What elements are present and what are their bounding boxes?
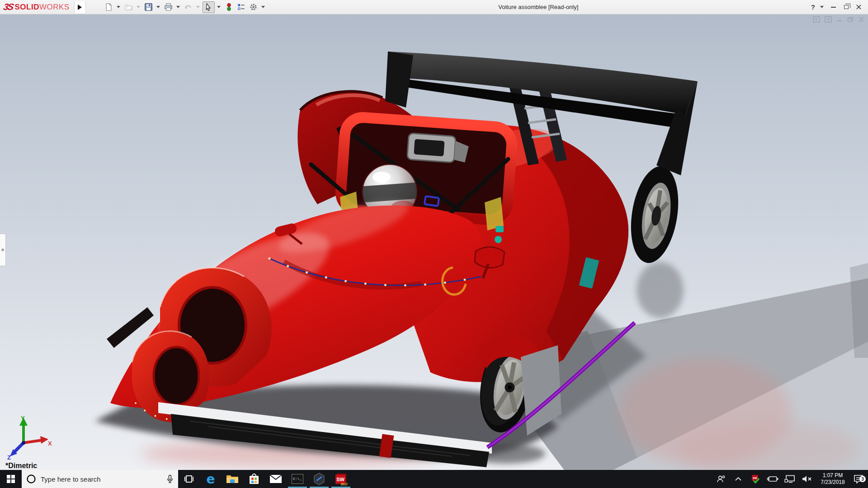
- taskbar-app-edrawings[interactable]: [308, 470, 330, 488]
- task-view-button[interactable]: [178, 470, 200, 488]
- cortana-icon: [26, 474, 36, 484]
- teal-fitting: [495, 226, 504, 232]
- save-dropdown[interactable]: [156, 6, 160, 8]
- undo-dropdown[interactable]: [196, 6, 200, 8]
- solidworks-tray-status[interactable]: sw: [748, 474, 763, 484]
- hidden-icons-button[interactable]: [731, 477, 746, 481]
- undo-button[interactable]: [183, 1, 194, 13]
- people-button[interactable]: [713, 475, 729, 483]
- graphics-area[interactable]: Y X Z *Dimetric: [0, 14, 868, 470]
- ds-logo-icon: 3S: [3, 2, 14, 12]
- battery-tray[interactable]: [765, 475, 780, 483]
- options-list-icon: [237, 3, 245, 11]
- teal-knob: [495, 236, 502, 243]
- network-icon: [784, 475, 795, 483]
- command-prompt-icon: C:\_: [292, 474, 303, 484]
- titlebar: 3S SOLID WORKS: [0, 0, 868, 14]
- select-dropdown[interactable]: [217, 6, 221, 8]
- solidworks-2017-icon: SW 2017: [335, 473, 347, 485]
- dock-left-icon[interactable]: [813, 16, 820, 23]
- taskbar-app-file-explorer[interactable]: [222, 470, 243, 488]
- system-tray: sw 1:07 PM 7/23/2018: [713, 470, 868, 488]
- taskbar-search[interactable]: [22, 470, 178, 488]
- play-arrow-icon: [78, 5, 82, 10]
- save-button[interactable]: [143, 1, 154, 13]
- taskbar-app-command-prompt[interactable]: C:\_: [287, 470, 308, 488]
- task-view-icon: [184, 474, 194, 483]
- taskbar-app-solidworks[interactable]: SW 2017: [330, 470, 352, 488]
- open-folder-icon: [124, 3, 133, 11]
- print-dropdown[interactable]: [176, 6, 180, 8]
- windows-logo-icon: [7, 475, 15, 483]
- taskbar-app-mail[interactable]: [265, 470, 287, 488]
- taskbar-app-edge[interactable]: e: [200, 470, 222, 488]
- solidworks-logo: 3S SOLID WORKS: [0, 0, 74, 14]
- action-center-button[interactable]: 3: [851, 474, 866, 483]
- traffic-light-icon: [225, 3, 233, 11]
- open-button[interactable]: [123, 1, 134, 13]
- restore-button[interactable]: [844, 5, 849, 9]
- microphone-icon[interactable]: [166, 474, 174, 483]
- settings-button[interactable]: [248, 1, 259, 13]
- doc-close-icon[interactable]: [858, 17, 864, 22]
- right-mirror: [475, 247, 505, 267]
- edge-icon: e: [207, 472, 215, 487]
- help-dropdown[interactable]: [820, 6, 824, 8]
- wheel-arch-opening-2: [154, 347, 199, 405]
- new-dropdown[interactable]: [117, 6, 120, 8]
- wing-endplate-left: [385, 52, 413, 108]
- menu-flyout-button[interactable]: [74, 1, 86, 13]
- display-states-button[interactable]: [223, 1, 235, 13]
- file-explorer-icon: [226, 474, 239, 484]
- solidworks-check-icon: sw: [750, 474, 760, 484]
- volume-tray[interactable]: [799, 475, 815, 483]
- store-icon: [249, 473, 259, 485]
- dock-right-icon[interactable]: [825, 16, 832, 23]
- tab-grip-icon: [1, 249, 4, 251]
- battery-icon: [767, 475, 778, 483]
- y-axis-label: Y: [21, 415, 25, 422]
- print-button[interactable]: [163, 1, 174, 13]
- rear-right-wheel: [625, 163, 685, 267]
- doc-restore-icon[interactable]: [847, 17, 854, 22]
- new-document-icon: [104, 3, 113, 11]
- 3d-viewport-canvas[interactable]: [0, 14, 868, 470]
- x-axis-label: X: [48, 440, 52, 447]
- gear-icon: [249, 3, 258, 11]
- people-icon: [716, 475, 726, 483]
- start-button[interactable]: [0, 470, 22, 488]
- open-dropdown[interactable]: [137, 6, 140, 8]
- doc-minimize-icon[interactable]: [836, 17, 843, 22]
- z-axis-label: Z: [7, 454, 11, 460]
- main-toolbar: [103, 1, 267, 13]
- window-title: Voiture assomblee [Read-only]: [267, 4, 810, 10]
- notification-badge: 3: [859, 476, 866, 482]
- hexagon-app-icon: [313, 473, 325, 485]
- new-document-button[interactable]: [103, 1, 114, 13]
- cockpit-panel-right: [485, 197, 504, 230]
- undo-icon: [184, 3, 193, 11]
- taskbar-app-store[interactable]: [243, 470, 265, 488]
- volume-muted-icon: [802, 475, 812, 483]
- print-icon: [164, 3, 173, 11]
- orientation-triad: Y X Z: [6, 415, 53, 460]
- clock-time: 1:07 PM: [820, 472, 845, 479]
- feature-panel-tab[interactable]: [0, 234, 6, 266]
- taskbar-clock[interactable]: 1:07 PM 7/23/2018: [816, 472, 849, 486]
- view-orientation-label: *Dimetric: [5, 462, 37, 470]
- close-button[interactable]: [856, 4, 862, 10]
- network-tray[interactable]: [782, 475, 797, 483]
- options-list-button[interactable]: [236, 1, 247, 13]
- select-tool-button[interactable]: [203, 1, 215, 13]
- mail-icon: [269, 474, 282, 483]
- select-cursor-icon: [204, 3, 213, 11]
- logo-text-solid: SOLID: [14, 3, 39, 12]
- minimize-button[interactable]: [831, 7, 836, 8]
- clock-date: 7/23/2018: [820, 479, 845, 486]
- svg-text:sw: sw: [753, 476, 757, 479]
- x-axis-arrow-icon: [40, 436, 48, 444]
- save-floppy-icon: [144, 3, 153, 11]
- settings-dropdown[interactable]: [261, 6, 265, 8]
- search-input[interactable]: [41, 475, 162, 483]
- help-button[interactable]: ?: [810, 3, 816, 11]
